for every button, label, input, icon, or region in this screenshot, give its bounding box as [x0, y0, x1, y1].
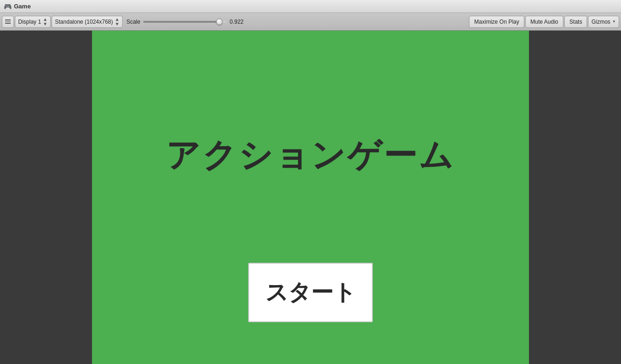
- app-icon: 🎮: [4, 3, 11, 10]
- gizmos-select[interactable]: Gizmos ▼: [588, 16, 619, 28]
- mute-audio-button[interactable]: Mute Audio: [525, 16, 563, 28]
- resolution-arrows: ▲▼: [115, 17, 119, 26]
- resolution-label: Standalone (1024x768): [55, 19, 113, 25]
- stats-button[interactable]: Stats: [564, 16, 587, 28]
- mute-audio-label: Mute Audio: [530, 19, 558, 25]
- start-button-label: スタート: [265, 278, 356, 307]
- scale-label: Scale: [126, 19, 140, 25]
- maximize-on-play-label: Maximize On Play: [474, 19, 519, 25]
- resolution-select[interactable]: Standalone (1024x768) ▲▼: [52, 16, 123, 28]
- start-button[interactable]: スタート: [248, 263, 373, 322]
- viewport-wrapper: アクションゲーム スタート: [0, 31, 621, 364]
- game-canvas: アクションゲーム スタート: [92, 31, 529, 364]
- sidebar-left: [0, 31, 92, 364]
- display-select[interactable]: Display 1 ▲▼: [15, 16, 51, 28]
- display-arrows: ▲▼: [43, 17, 47, 26]
- gizmos-label: Gizmos: [591, 19, 610, 25]
- menu-button[interactable]: [2, 16, 14, 28]
- gizmos-arrows: ▼: [612, 20, 616, 24]
- sidebar-right: [529, 31, 621, 364]
- scale-thumb[interactable]: [216, 19, 223, 25]
- toolbar: Display 1 ▲▼ Standalone (1024x768) ▲▼ Sc…: [0, 13, 621, 31]
- display-label: Display 1: [18, 19, 41, 25]
- scale-value: 0.922: [230, 19, 248, 25]
- stats-label: Stats: [569, 19, 582, 25]
- game-title: アクションゲーム: [166, 133, 455, 178]
- title-bar: 🎮 Game: [0, 0, 621, 13]
- scale-slider[interactable]: [143, 21, 227, 23]
- window-title: Game: [14, 3, 31, 10]
- hamburger-icon: [5, 20, 11, 24]
- maximize-on-play-button[interactable]: Maximize On Play: [469, 16, 524, 28]
- scale-container: Scale 0.922: [124, 19, 251, 25]
